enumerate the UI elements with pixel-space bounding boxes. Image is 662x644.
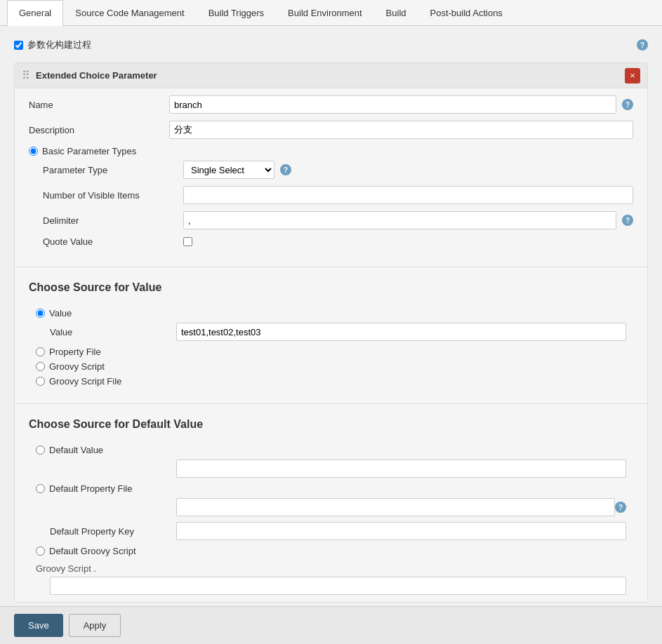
tab-build[interactable]: Build: [374, 0, 418, 25]
param-type-help-icon[interactable]: ?: [280, 164, 291, 175]
apply-button[interactable]: Apply: [69, 614, 121, 637]
groovy-script-file-label: Groovy Script File: [49, 376, 121, 387]
name-row: Name ?: [29, 95, 633, 114]
quote-value-checkbox[interactable]: [183, 237, 192, 246]
delimiter-row: Delimiter ?: [43, 211, 633, 229]
default-property-file-input-row: ?: [50, 498, 626, 516]
description-label: Description: [29, 125, 169, 135]
tab-source-code-management[interactable]: Source Code Management: [63, 0, 196, 25]
groovy-script-file-radio-row: Groovy Script File: [36, 376, 626, 387]
tab-build-environment[interactable]: Build Environment: [276, 0, 374, 25]
parameterize-build-checkbox[interactable]: [14, 41, 23, 50]
extended-choice-parameter-panel: ⠿ Extended Choice Parameter × Name ? Des…: [14, 62, 648, 603]
num-visible-label: Number of Visible Items: [43, 190, 183, 201]
num-visible-row: Number of Visible Items: [43, 186, 633, 204]
default-property-key-row: Default Property Key: [50, 522, 626, 540]
choose-source-default-section: Choose Source for Default Value Default …: [15, 410, 647, 602]
name-help-icon[interactable]: ?: [622, 99, 633, 110]
main-scroll-area: 参数化构建过程 ? ⠿ Extended Choice Parameter × …: [0, 26, 662, 603]
default-property-file-input[interactable]: [176, 498, 615, 516]
top-nav-tabs: General Source Code Management Build Tri…: [0, 0, 662, 26]
param-type-row: Parameter Type Single Select Multi Selec…: [43, 161, 633, 179]
name-input[interactable]: [169, 95, 616, 114]
tab-general[interactable]: General: [7, 0, 63, 26]
groovy-script-label: Groovy Script: [49, 361, 105, 372]
value-radio-row: Value: [36, 308, 626, 318]
description-input[interactable]: [169, 121, 633, 139]
groovy-script-partial-text: Groovy Script .: [36, 561, 626, 577]
choose-source-value-title: Choose Source for Value: [15, 273, 647, 301]
divider-2: [15, 403, 647, 404]
default-value-input[interactable]: [176, 459, 626, 478]
default-groovy-script-radio-row: Default Groovy Script: [36, 546, 626, 556]
delimiter-help-icon[interactable]: ?: [622, 215, 633, 226]
bottom-bar: Save Apply: [0, 606, 662, 644]
source-inner-value: Value Value Property File: [15, 301, 647, 398]
default-property-key-input[interactable]: [176, 522, 626, 540]
property-file-label: Property File: [49, 347, 101, 357]
panel-title: Extended Choice Parameter: [36, 70, 640, 81]
default-property-file-help-icon[interactable]: ?: [615, 502, 626, 513]
default-groovy-script-label: Default Groovy Script: [49, 546, 136, 556]
default-groovy-script-radio[interactable]: [36, 546, 45, 556]
num-visible-input[interactable]: [183, 186, 633, 204]
tab-post-build-actions[interactable]: Post-build Actions: [418, 0, 515, 25]
default-value-radio-label: Default Value: [49, 445, 103, 455]
value-input[interactable]: [176, 323, 626, 341]
save-button[interactable]: Save: [14, 614, 63, 637]
name-label: Name: [29, 100, 169, 110]
delimiter-input[interactable]: [183, 211, 616, 229]
source-inner-default: Default Value Default Property File: [15, 438, 647, 602]
choose-source-value-section: Choose Source for Value Value Value: [15, 273, 647, 398]
tab-build-triggers[interactable]: Build Triggers: [197, 0, 276, 25]
drag-handle-icon: ⠿: [22, 69, 30, 82]
choose-source-default-title: Choose Source for Default Value: [15, 410, 647, 438]
value-radio[interactable]: [36, 309, 45, 318]
delimiter-label: Delimiter: [43, 215, 183, 226]
groovy-script-partial-label: Groovy Script .: [36, 563, 96, 574]
groovy-script-partial-input[interactable]: [50, 577, 626, 595]
default-value-radio-row: Default Value: [36, 445, 626, 455]
param-type-label: Parameter Type: [43, 165, 183, 175]
quote-value-row: Quote Value: [43, 236, 633, 247]
default-value-radio[interactable]: [36, 445, 45, 455]
parameterize-build-row: 参数化构建过程 ?: [14, 33, 648, 57]
param-type-select[interactable]: Single Select Multi Select Check Boxes R…: [183, 161, 274, 179]
value-label: Value: [50, 327, 176, 337]
default-property-key-label: Default Property Key: [50, 526, 176, 537]
default-property-file-radio-row: Default Property File: [36, 483, 626, 494]
name-section: Name ? Description Basic Parameter Types…: [15, 88, 647, 261]
parameterize-build-label: 参数化构建过程: [27, 39, 91, 51]
panel-header: ⠿ Extended Choice Parameter ×: [15, 63, 647, 88]
description-row: Description: [29, 121, 633, 139]
basic-param-types-label: Basic Parameter Types: [42, 146, 136, 156]
basic-param-types-radio[interactable]: [29, 147, 38, 156]
value-radio-label: Value: [49, 308, 72, 318]
main-content: 参数化构建过程 ? ⠿ Extended Choice Parameter × …: [0, 26, 662, 603]
divider-1: [15, 267, 647, 267]
default-property-file-radio[interactable]: [36, 484, 45, 493]
default-property-file-label: Default Property File: [49, 483, 133, 494]
parameterize-help-icon[interactable]: ?: [637, 39, 648, 51]
property-file-radio-row: Property File: [36, 347, 626, 357]
property-file-radio[interactable]: [36, 347, 45, 356]
value-input-row: Value: [50, 323, 626, 341]
basic-param-types-row: Basic Parameter Types: [29, 146, 633, 156]
groovy-script-file-radio[interactable]: [36, 377, 45, 386]
groovy-script-radio-row: Groovy Script: [36, 361, 626, 372]
groovy-script-radio[interactable]: [36, 362, 45, 371]
quote-value-label: Quote Value: [43, 236, 183, 247]
default-value-input-row: [50, 459, 626, 478]
close-panel-button[interactable]: ×: [625, 68, 640, 83]
